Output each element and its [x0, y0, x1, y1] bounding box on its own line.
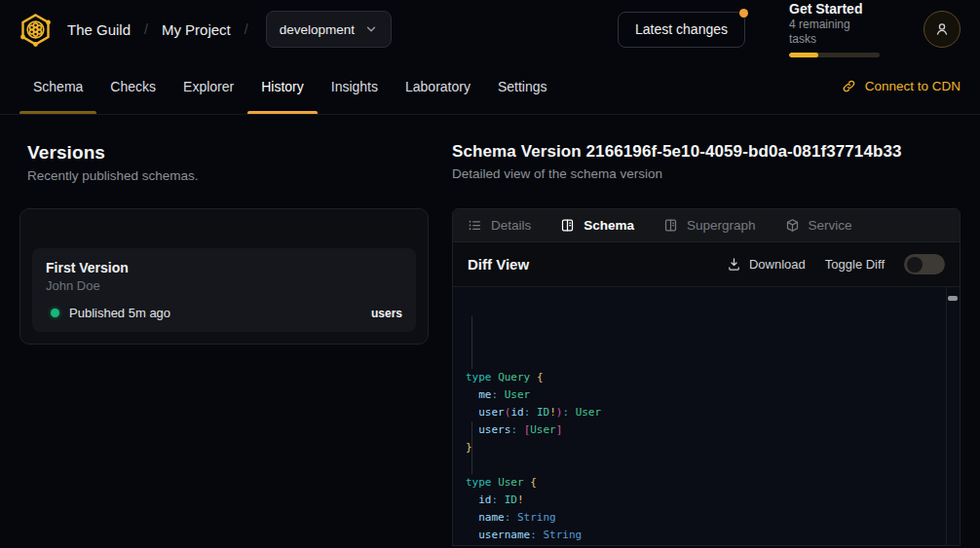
nav-tab-checks[interactable]: Checks	[96, 58, 170, 114]
download-button[interactable]: Download	[727, 257, 806, 272]
get-started-title: Get Started	[789, 1, 880, 18]
breadcrumb: The Guild / My Project / development	[67, 11, 392, 48]
primary-nav: Schema Checks Explorer History Insights …	[0, 58, 980, 115]
tab-supergraph[interactable]: Supergraph	[663, 218, 756, 233]
target-selector-value: development	[280, 22, 355, 37]
cube-icon	[785, 218, 800, 233]
tab-details[interactable]: Details	[468, 218, 531, 233]
header-right-group: Latest changes Get Started 4 remaining t…	[618, 1, 961, 57]
toggle-diff-switch[interactable]	[904, 254, 945, 274]
list-icon	[468, 218, 482, 233]
link-icon	[842, 79, 856, 93]
main-content: Versions Recently published schemas. Fir…	[0, 115, 980, 546]
versions-panel: Versions Recently published schemas. Fir…	[19, 142, 429, 546]
published-status-dot	[51, 309, 59, 317]
get-started-progress-track	[789, 53, 880, 57]
version-list-item[interactable]: First Version John Doe Published 5m ago …	[32, 248, 416, 332]
top-header: The Guild / My Project / development Lat…	[0, 0, 980, 58]
breadcrumb-separator: /	[144, 21, 148, 37]
diff-view-header: Diff View Download Toggle Diff	[453, 242, 960, 287]
scrollbar-track[interactable]	[946, 287, 960, 545]
connect-to-cdn-button[interactable]: Connect to CDN	[842, 58, 961, 114]
get-started-progress-fill	[789, 53, 818, 57]
user-menu-button[interactable]	[923, 11, 961, 48]
breadcrumb-separator: /	[245, 21, 248, 37]
toggle-diff-label: Toggle Diff	[825, 257, 885, 272]
indent-guide	[471, 316, 472, 369]
download-icon	[727, 257, 741, 272]
latest-changes-label: Latest changes	[635, 21, 728, 37]
nav-tab-schema[interactable]: Schema	[19, 58, 96, 114]
diff-view-title: Diff View	[468, 256, 529, 273]
schema-version-title: Schema Version 2166196f-5e10-4059-bd0a-0…	[452, 142, 961, 162]
code-content: type Query { me: User user(id: ID!): Use…	[466, 369, 944, 545]
tab-schema[interactable]: Schema	[560, 218, 634, 233]
versions-list-card: First Version John Doe Published 5m ago …	[19, 208, 429, 345]
get-started-progress[interactable]: Get Started 4 remaining tasks	[789, 1, 880, 57]
nav-tab-list: Schema Checks Explorer History Insights …	[19, 58, 561, 114]
target-selector-dropdown[interactable]: development	[266, 11, 392, 48]
indent-guide	[471, 421, 472, 474]
nav-tab-laboratory[interactable]: Laboratory	[392, 58, 484, 114]
person-icon	[932, 19, 952, 39]
breadcrumb-organization[interactable]: The Guild	[67, 21, 131, 38]
nav-tab-settings[interactable]: Settings	[484, 58, 561, 114]
detail-tab-bar: Details Schema Sup	[453, 209, 960, 242]
breadcrumb-project[interactable]: My Project	[162, 21, 231, 38]
version-name: First Version	[46, 260, 402, 275]
service-name-badge: users	[371, 307, 402, 320]
version-author: John Doe	[46, 278, 402, 293]
schema-version-subtitle: Detailed view of the schema version	[452, 166, 961, 181]
nav-tab-history[interactable]: History	[247, 58, 318, 114]
published-status-text: Published 5m ago	[69, 306, 170, 320]
switch-knob	[907, 257, 923, 273]
hive-logo-icon[interactable]	[18, 12, 54, 48]
nav-tab-explorer[interactable]: Explorer	[170, 58, 247, 114]
columns-icon	[663, 218, 678, 233]
nav-tab-insights[interactable]: Insights	[318, 58, 392, 114]
tab-service[interactable]: Service	[785, 218, 852, 233]
columns-icon	[560, 218, 575, 233]
notification-dot	[739, 9, 748, 18]
schema-code-block[interactable]: type Query { me: User user(id: ID!): Use…	[453, 287, 960, 545]
latest-changes-button[interactable]: Latest changes	[618, 12, 745, 48]
versions-title: Versions	[27, 142, 429, 164]
version-detail-panel: Schema Version 2166196f-5e10-4059-bd0a-0…	[452, 142, 961, 546]
scrollbar-thumb[interactable]	[948, 296, 958, 301]
get-started-remaining-tasks: 4 remaining tasks	[789, 18, 880, 47]
versions-subtitle: Recently published schemas.	[27, 168, 429, 183]
schema-detail-card: Details Schema Sup	[452, 208, 961, 546]
chevron-down-icon	[364, 22, 378, 36]
